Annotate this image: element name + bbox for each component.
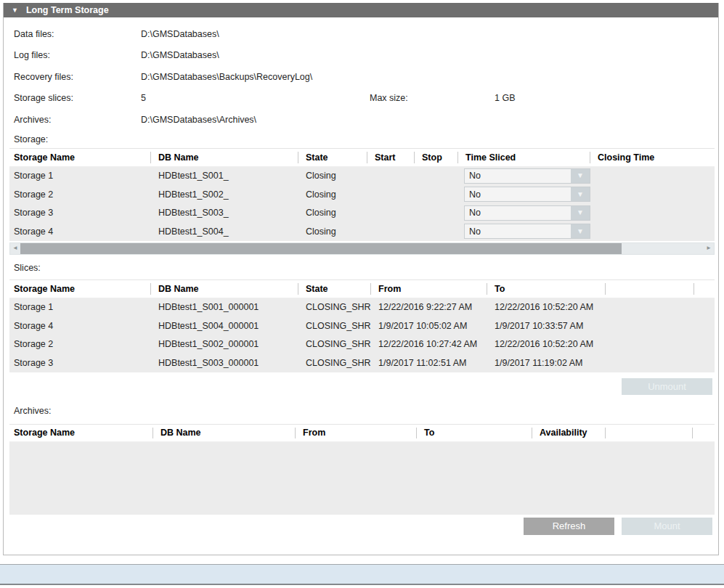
time-sliced-dropdown[interactable]: No ▼ [464,205,590,221]
storage-slices-value: 5 [141,93,370,103]
chevron-down-icon[interactable]: ▼ [571,169,590,183]
cell-to: 12/22/2016 10:52:20 AM [487,339,606,349]
cell-time-sliced: No ▼ [458,205,590,221]
field-row-log-files: Log files: D:\GMSDatabases\ [4,45,718,67]
cell-time-sliced: No ▼ [458,224,590,239]
refresh-button[interactable]: Refresh [524,518,614,535]
recovery-files-value: D:\GMSDatabases\Backups\RecoveryLog\ [141,72,312,82]
column-header: Start [367,149,415,166]
column-header: To [417,425,532,441]
cell-from: 1/9/2017 11:02:51 AM [371,358,487,368]
archives-label: Archives: [14,115,141,125]
cell-state: Closing [298,226,367,237]
cell-storage-name: Storage 2 [9,339,151,349]
storage-table: Storage Name DB Name State Start Stop Ti… [9,148,715,241]
time-sliced-dropdown[interactable]: No ▼ [464,187,590,202]
archives-section-label: Archives: [4,402,718,420]
cell-state: Closing [298,208,367,218]
cell-storage-name: Storage 2 [9,189,151,200]
column-header: Storage Name [9,149,151,166]
chevron-down-icon[interactable]: ▼ [571,206,590,220]
cell-state: CLOSING_SHR [298,358,371,368]
cell-state: CLOSING_SHR [298,302,371,312]
column-header: To [487,280,606,298]
column-header: Storage Name [9,425,153,441]
slices-table-header: Storage Name DB Name State From To [9,279,715,298]
table-row[interactable]: Storage 1 HDBtest1_S001_000001 CLOSING_S… [9,298,715,317]
cell-db-name: HDBtest1_S002_ [151,189,298,200]
panel-header[interactable]: ▼ Long Term Storage [4,3,718,17]
long-term-storage-panel: ▼ Long Term Storage Data files: D:\GMSDa… [3,3,719,555]
field-row-archives: Archives: D:\GMSDatabases\Archives\ [4,109,718,131]
log-files-value: D:\GMSDatabases\ [141,50,219,60]
slices-table: Storage Name DB Name State From To Stora… [9,279,715,372]
slices-section-label: Slices: [4,259,718,277]
table-row[interactable]: Storage 2 HDBtest1_S002_ Closing No ▼ [9,185,715,204]
long-term-storage-page: ▼ Long Term Storage Data files: D:\GMSDa… [0,0,724,588]
unmount-button[interactable]: Unmount [622,378,712,395]
scroll-right-icon[interactable]: ► [704,243,714,254]
field-row-recovery-files: Recovery files: D:\GMSDatabases\Backups\… [4,66,718,88]
scrollbar-thumb[interactable] [20,243,622,254]
table-row[interactable]: Storage 4 HDBtest1_S004_000001 CLOSING_S… [9,317,715,335]
recovery-files-label: Recovery files: [14,72,141,82]
archives-table-header: Storage Name DB Name From To Availabilit… [9,424,715,442]
data-files-label: Data files: [14,29,141,39]
cell-state: Closing [298,189,367,200]
storage-slices-label: Storage slices: [14,93,141,103]
horizontal-scrollbar[interactable]: ◄ ► [9,242,715,255]
archives-value: D:\GMSDatabases\Archives\ [141,115,256,125]
archives-table-body [9,442,715,515]
chevron-down-icon[interactable]: ▼ [571,187,590,201]
column-header: From [296,425,417,441]
column-header: DB Name [151,280,298,298]
archives-table: Storage Name DB Name From To Availabilit… [9,424,715,515]
cell-state: Closing [298,171,367,181]
table-row[interactable]: Storage 2 HDBtest1_S002_000001 CLOSING_S… [9,335,715,354]
chevron-down-icon[interactable]: ▼ [571,224,590,238]
storage-table-body: Storage 1 HDBtest1_S001_ Closing No ▼ St… [9,167,715,241]
cell-db-name: HDBtest1_S001_000001 [151,302,298,312]
cell-storage-name: Storage 3 [9,208,151,218]
max-size-label: Max size: [370,93,495,103]
max-size-value: 1 GB [495,93,516,103]
cell-time-sliced: No ▼ [458,168,590,184]
config-fields: Data files: D:\GMSDatabases\ Log files: … [4,17,718,131]
collapse-triangle-icon[interactable]: ▼ [12,7,18,14]
scroll-left-icon[interactable]: ◄ [10,243,20,254]
cell-state: CLOSING_SHR [298,339,371,349]
bottom-status-bar [0,564,724,585]
time-sliced-dropdown[interactable]: No ▼ [464,168,590,184]
cell-state: CLOSING_SHR [298,321,371,331]
table-row[interactable]: Storage 3 HDBtest1_S003_000001 CLOSING_S… [9,354,715,372]
dropdown-selected-value: No [465,226,571,237]
data-files-value: D:\GMSDatabases\ [141,29,219,39]
table-row[interactable]: Storage 1 HDBtest1_S001_ Closing No ▼ [9,167,715,186]
cell-db-name: HDBtest1_S003_000001 [151,358,298,368]
cell-to: 1/9/2017 11:19:02 AM [487,358,606,368]
cell-to: 1/9/2017 10:33:57 AM [487,321,606,331]
table-row[interactable]: Storage 4 HDBtest1_S004_ Closing No ▼ [9,222,715,241]
cell-storage-name: Storage 4 [9,321,151,331]
cell-db-name: HDBtest1_S004_ [151,226,298,237]
slices-table-body: Storage 1 HDBtest1_S001_000001 CLOSING_S… [9,298,715,372]
cell-to: 12/22/2016 10:52:20 AM [487,302,606,312]
cell-db-name: HDBtest1_S002_000001 [151,339,298,349]
mount-button[interactable]: Mount [622,518,712,535]
scrollbar-track[interactable] [20,243,704,254]
column-header: Time Sliced [458,149,590,166]
cell-time-sliced: No ▼ [458,187,590,202]
column-header-empty [693,425,715,441]
cell-db-name: HDBtest1_S004_000001 [151,321,298,331]
cell-storage-name: Storage 1 [9,171,151,181]
cell-from: 12/22/2016 9:22:27 AM [371,302,487,312]
table-row[interactable]: Storage 3 HDBtest1_S003_ Closing No ▼ [9,204,715,223]
storage-section-label: Storage: [4,131,718,148]
cell-from: 12/22/2016 10:27:42 AM [371,339,487,349]
time-sliced-dropdown[interactable]: No ▼ [464,224,590,239]
cell-db-name: HDBtest1_S001_ [151,171,298,181]
field-row-data-files: Data files: D:\GMSDatabases\ [4,23,718,45]
panel-title: Long Term Storage [26,5,109,15]
column-header: DB Name [153,425,296,441]
cell-storage-name: Storage 1 [9,302,151,312]
